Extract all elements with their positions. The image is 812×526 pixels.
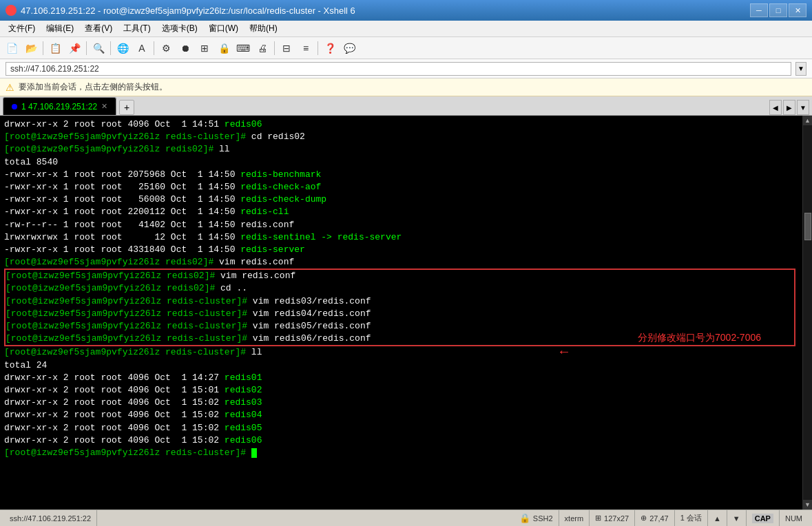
tab-indicator [12,104,17,109]
terminal-line: drwxr-xr-x 2 root root 4096 Oct 1 15:02 … [4,409,798,421]
scroll-up-icon: ▲ [714,514,721,523]
title-bar: 47.106.219.251:22 - root@izwz9ef5sjam9pv… [0,0,812,21]
tab-bar: 1 47.106.219.251:22 ✕ + ◀ ▶ ▼ [0,96,812,116]
terminal-line: total 8540 [4,156,798,169]
terminal-line: [root@izwz9ef5sjam9pvfyiz26lz redis-clus… [6,333,794,345]
status-position-text: 27,47 [649,514,669,523]
status-scroll-down[interactable]: ▼ [727,510,747,526]
lock-button[interactable]: 🔒 [215,40,233,56]
terminal-line: drwxr-xr-x 2 root root 4096 Oct 1 15:02 … [4,397,798,409]
terminal-line: -rwxr-xr-x 1 root root 2075968 Oct 1 14:… [4,169,798,181]
zoom-button[interactable]: 🔍 [90,40,107,56]
terminal-line: [root@izwz9ef5sjam9pvfyiz26lz redis02]# … [6,270,794,282]
tab-navigation: ◀ ▶ ▼ [769,100,809,115]
scroll-down-icon: ▼ [733,514,740,523]
menu-help[interactable]: 帮助(H) [244,21,283,36]
status-rowscols-icon: ⊞ [595,514,601,523]
info-bar: ⚠ 要添加当前会话，点击左侧的箭头按钮。 [0,78,812,96]
menu-tools[interactable]: 工具(T) [118,21,156,36]
terminal-line: -rwxr-xr-x 1 root root 25160 Oct 1 14:50… [4,181,798,193]
terminal-line: [root@izwz9ef5sjam9pvfyiz26lz redis-clus… [6,295,794,308]
new-session-button[interactable]: 📄 [3,40,21,56]
toolbar-separator-4 [154,41,154,55]
terminal[interactable]: drwxr-xr-x 2 root root 4096 Oct 1 14:51 … [0,116,802,509]
status-shield-icon: 🔒 [519,513,530,523]
status-position: ⊕ 27,47 [635,510,675,526]
toolbar-separator-5 [274,41,275,55]
scrollbar-down[interactable]: ▼ [803,500,813,509]
help-icon-button[interactable]: ❓ [321,40,339,56]
terminal-line: -rw-r--r-- 1 root root 41402 Oct 1 14:50… [4,219,798,231]
terminal-line: drwxr-xr-x 2 root root 4096 Oct 1 14:51 … [4,118,798,131]
menu-window[interactable]: 窗口(W) [203,21,244,36]
status-address-text: ssh://47.106.219.251:22 [10,514,91,523]
tab-close-button[interactable]: ✕ [101,102,107,111]
terminal-line: [root@izwz9ef5sjam9pvfyiz26lz redis02]# … [4,256,798,269]
toolbar-separator-2 [86,41,87,55]
status-address: ssh://47.106.219.251:22 [4,510,97,526]
status-rowscols-text: 127x27 [604,514,629,523]
copy-button[interactable]: 📋 [46,40,64,56]
status-scroll-up[interactable]: ▲ [708,510,727,526]
toolbar-separator-6 [317,41,318,55]
status-cap: CAP [747,510,780,526]
info-icon: ⚠ [6,82,14,93]
status-num: NUM [780,510,808,526]
keyboard-button[interactable]: ⌨ [234,40,252,56]
terminal-cursor [251,448,257,458]
num-label: NUM [785,514,802,523]
terminal-container: drwxr-xr-x 2 root root 4096 Oct 1 14:51 … [0,116,812,509]
paste-button[interactable]: 📌 [65,40,83,56]
window-title: 47.106.219.251:22 - root@izwz9ef5sjam9pv… [21,6,750,16]
status-sessions-text: 1 会话 [680,513,702,523]
terminal-line: drwxr-xr-x 2 root root 4096 Oct 1 15:02 … [4,422,798,434]
address-dropdown[interactable]: ▼ [795,62,806,76]
menu-view[interactable]: 查看(V) [79,21,118,36]
minimize-button[interactable]: ─ [750,3,768,17]
font-button[interactable]: A [133,40,151,56]
terminal-line: total 24 [4,359,798,372]
open-button[interactable]: 📂 [22,40,40,56]
tab-prev-button[interactable]: ◀ [769,100,782,115]
record-button[interactable]: ⏺ [176,40,194,56]
address-input[interactable] [6,62,791,76]
tab-1[interactable]: 1 47.106.219.251:22 ✕ [3,97,116,115]
comment-button[interactable]: 💬 [340,40,358,56]
close-button[interactable]: ✕ [789,3,806,17]
terminal-scrollbar[interactable]: ▲ ▼ [802,116,812,509]
new-tab-button[interactable]: + [119,100,134,115]
print-button[interactable]: 🖨 [253,40,271,56]
maximize-button[interactable]: □ [769,3,787,17]
status-ssh: 🔒 SSH2 [514,510,559,526]
scrollbar-up[interactable]: ▲ [803,116,813,125]
status-rowscols: ⊞ 127x27 [590,510,635,526]
toolbar-group-button[interactable]: ⊟ [278,40,295,56]
status-sessions: 1 会话 [675,510,708,526]
status-term: xterm [559,510,590,526]
more-button[interactable]: ≡ [297,40,315,56]
status-ssh-label: SSH2 [533,514,553,523]
config-button[interactable]: ⚙ [157,40,175,56]
tab-list-button[interactable]: ▼ [797,100,809,115]
connect-button[interactable]: 🌐 [114,40,132,56]
menu-edit[interactable]: 编辑(E) [41,21,79,36]
highlight-box: [root@izwz9ef5sjam9pvfyiz26lz redis02]# … [4,269,795,346]
terminal-line: [root@izwz9ef5sjam9pvfyiz26lz redis-clus… [6,308,794,320]
toolbar-separator-1 [43,41,43,55]
layout-button[interactable]: ⊞ [196,40,214,56]
terminal-line: [root@izwz9ef5sjam9pvfyiz26lz redis02]# … [6,282,794,295]
terminal-line: drwxr-xr-x 2 root root 4096 Oct 1 15:02 … [4,434,798,447]
cap-label: CAP [752,514,773,523]
tab-next-button[interactable]: ▶ [783,100,795,115]
window-controls: ─ □ ✕ [750,3,806,17]
menu-file[interactable]: 文件(F) [3,21,41,36]
terminal-line: [root@izwz9ef5sjam9pvfyiz26lz redis-clus… [6,320,794,333]
toolbar: 📄 📂 📋 📌 🔍 🌐 A ⚙ ⏺ ⊞ 🔒 ⌨ 🖨 ⊟ ≡ ❓ 💬 [0,37,812,59]
terminal-line: [root@izwz9ef5sjam9pvfyiz26lz redis-clus… [4,131,798,143]
address-bar: ▼ [0,59,812,78]
tab-label: 1 47.106.219.251:22 [21,102,97,112]
terminal-line: [root@izwz9ef5sjam9pvfyiz26lz redis02]# … [4,143,798,156]
scrollbar-thumb[interactable] [804,213,811,240]
menu-tabs[interactable]: 选项卡(B) [156,21,203,36]
app-icon [6,5,17,16]
